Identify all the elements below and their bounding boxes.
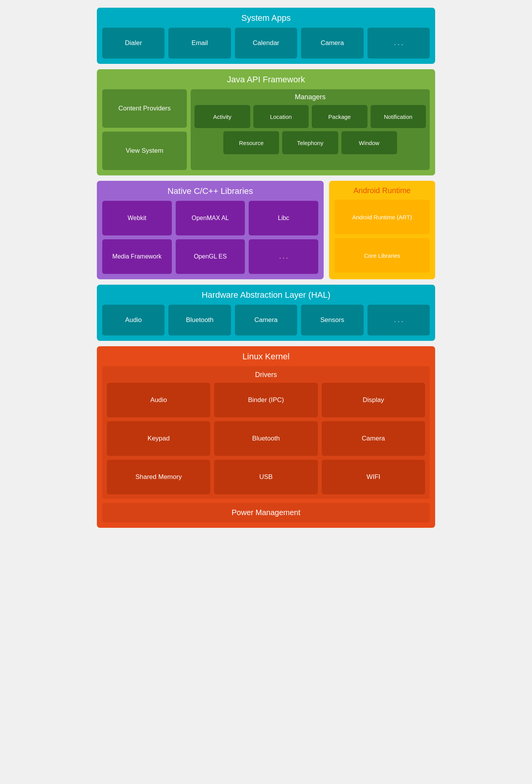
manager-tile: Activity bbox=[195, 105, 250, 128]
driver-tile: Shared Memory bbox=[107, 460, 210, 494]
managers-row1: ActivityLocationPackageNotification bbox=[195, 105, 426, 128]
java-api-layer: Java API Framework Content ProvidersView… bbox=[97, 69, 435, 175]
hal-layer: Hardware Abstraction Layer (HAL) AudioBl… bbox=[97, 285, 435, 341]
system-apps-tiles: DialerEmailCalendarCamera. . . bbox=[102, 28, 430, 58]
driver-tile: Binder (IPC) bbox=[214, 383, 318, 417]
system-apps-tile: Email bbox=[168, 28, 231, 58]
java-api-left-tile: View System bbox=[102, 132, 187, 170]
system-apps-tile: Calendar bbox=[235, 28, 297, 58]
native-lib-tile: OpenMAX AL bbox=[176, 201, 245, 235]
manager-tile: Window bbox=[341, 131, 397, 154]
android-runtime-layer: Android Runtime Android Runtime (ART)Cor… bbox=[329, 181, 435, 279]
native-lib-tile: Webkit bbox=[102, 201, 172, 235]
power-management: Power Management bbox=[102, 503, 430, 522]
system-apps-tile: . . . bbox=[367, 28, 430, 58]
android-runtime-tile: Android Runtime (ART) bbox=[334, 200, 430, 234]
linux-kernel-layer: Linux Kernel Drivers AudioBinder (IPC)Di… bbox=[97, 346, 435, 528]
native-lib-tile: Libc bbox=[249, 201, 318, 235]
manager-tile: Telephony bbox=[282, 131, 338, 154]
drivers-box: Drivers AudioBinder (IPC)DisplayKeypadBl… bbox=[102, 366, 430, 499]
driver-tile: Audio bbox=[107, 383, 210, 417]
java-api-left-tile: Content Providers bbox=[102, 89, 187, 128]
native-libs-title: Native C/C++ Libraries bbox=[102, 186, 318, 196]
java-api-inner: Content ProvidersView System Managers Ac… bbox=[102, 89, 430, 170]
hal-title: Hardware Abstraction Layer (HAL) bbox=[102, 290, 430, 300]
manager-tile: Resource bbox=[223, 131, 279, 154]
driver-tile: Display bbox=[322, 383, 425, 417]
native-libs-layer: Native C/C++ Libraries WebkitOpenMAX ALL… bbox=[97, 181, 324, 279]
manager-tile: Location bbox=[253, 105, 309, 128]
android-runtime-tile: Core Libraries bbox=[334, 238, 430, 273]
system-apps-layer: System Apps DialerEmailCalendarCamera. .… bbox=[97, 8, 435, 64]
java-api-title: Java API Framework bbox=[102, 75, 430, 85]
system-apps-title: System Apps bbox=[102, 13, 430, 23]
system-apps-tile: Camera bbox=[301, 28, 363, 58]
driver-tile: USB bbox=[214, 460, 318, 494]
hal-tile: Camera bbox=[235, 305, 297, 335]
managers-row2: ResourceTelephonyWindow bbox=[223, 131, 397, 154]
drivers-grid: AudioBinder (IPC)DisplayKeypadBluetoothC… bbox=[107, 383, 425, 494]
hal-tile: Sensors bbox=[301, 305, 363, 335]
hal-tile: . . . bbox=[367, 305, 430, 335]
manager-tile: Package bbox=[312, 105, 367, 128]
native-runtime-row: Native C/C++ Libraries WebkitOpenMAX ALL… bbox=[97, 181, 435, 279]
native-lib-tile: OpenGL ES bbox=[176, 239, 245, 274]
manager-tile: Notification bbox=[371, 105, 426, 128]
linux-kernel-title: Linux Kernel bbox=[102, 352, 430, 362]
hal-tile: Bluetooth bbox=[168, 305, 231, 335]
managers-box: Managers ActivityLocationPackageNotifica… bbox=[191, 89, 430, 170]
native-lib-tile: Media Framework bbox=[102, 239, 172, 274]
system-apps-tile: Dialer bbox=[102, 28, 165, 58]
android-runtime-title: Android Runtime bbox=[334, 186, 430, 195]
hal-tile: Audio bbox=[102, 305, 165, 335]
driver-tile: Bluetooth bbox=[214, 421, 318, 456]
driver-tile: Keypad bbox=[107, 421, 210, 456]
native-lib-tile: . . . bbox=[249, 239, 318, 274]
native-libs-grid: WebkitOpenMAX ALLibcMedia FrameworkOpenG… bbox=[102, 201, 318, 274]
drivers-title: Drivers bbox=[107, 371, 425, 379]
driver-tile: Camera bbox=[322, 421, 425, 456]
hal-tiles: AudioBluetoothCameraSensors. . . bbox=[102, 305, 430, 335]
managers-title: Managers bbox=[195, 93, 426, 101]
driver-tile: WIFI bbox=[322, 460, 425, 494]
java-api-left: Content ProvidersView System bbox=[102, 89, 187, 170]
